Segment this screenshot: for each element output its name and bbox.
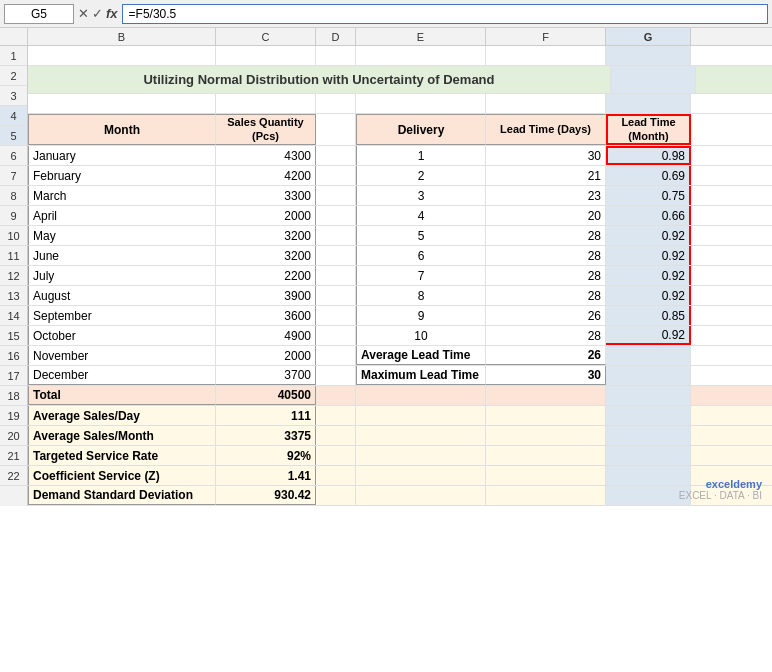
- col-header-c[interactable]: C: [216, 28, 316, 45]
- cell-f13[interactable]: 26: [486, 306, 606, 325]
- cell-g7[interactable]: 0.75: [606, 186, 691, 205]
- cell-g3[interactable]: [606, 94, 691, 113]
- cell-b9[interactable]: May: [28, 226, 216, 245]
- cell-e14[interactable]: 10: [356, 326, 486, 345]
- cell-g17[interactable]: [606, 386, 691, 405]
- cell-d18[interactable]: [316, 406, 356, 425]
- cell-g13[interactable]: 0.85: [606, 306, 691, 325]
- cell-d10[interactable]: [316, 246, 356, 265]
- cell-d8[interactable]: [316, 206, 356, 225]
- cell-c3[interactable]: [216, 94, 316, 113]
- cell-c9[interactable]: 3200: [216, 226, 316, 245]
- cell-e1[interactable]: [356, 46, 486, 65]
- cell-c13[interactable]: 3600: [216, 306, 316, 325]
- cell-d11[interactable]: [316, 266, 356, 285]
- cell-e5[interactable]: 1: [356, 146, 486, 165]
- cell-b6[interactable]: February: [28, 166, 216, 185]
- cell-g2[interactable]: [611, 66, 696, 93]
- cell-c16[interactable]: 3700: [216, 366, 316, 385]
- cell-c6[interactable]: 4200: [216, 166, 316, 185]
- cell-d17[interactable]: [316, 386, 356, 405]
- formula-input[interactable]: =F5/30.5: [122, 4, 768, 24]
- cell-e18[interactable]: [356, 406, 486, 425]
- cell-d15[interactable]: [316, 346, 356, 365]
- cell-f1[interactable]: [486, 46, 606, 65]
- cell-f14[interactable]: 28: [486, 326, 606, 345]
- cell-g6[interactable]: 0.69: [606, 166, 691, 185]
- cell-e19[interactable]: [356, 426, 486, 445]
- cell-g9[interactable]: 0.92: [606, 226, 691, 245]
- cell-e7[interactable]: 3: [356, 186, 486, 205]
- cell-d4[interactable]: [316, 114, 356, 145]
- cell-f10[interactable]: 28: [486, 246, 606, 265]
- cell-e17[interactable]: [356, 386, 486, 405]
- cell-g11[interactable]: 0.92: [606, 266, 691, 285]
- cell-e20[interactable]: [356, 446, 486, 465]
- cell-b3[interactable]: [28, 94, 216, 113]
- cell-c14[interactable]: 4900: [216, 326, 316, 345]
- cell-e8[interactable]: 4: [356, 206, 486, 225]
- cell-d20[interactable]: [316, 446, 356, 465]
- col-header-d[interactable]: D: [316, 28, 356, 45]
- cell-g5-selected[interactable]: 0.98: [606, 146, 691, 165]
- cell-f21[interactable]: [486, 466, 606, 485]
- cell-f9[interactable]: 28: [486, 226, 606, 245]
- cell-f20[interactable]: [486, 446, 606, 465]
- cell-d9[interactable]: [316, 226, 356, 245]
- cell-e11[interactable]: 7: [356, 266, 486, 285]
- cell-d16[interactable]: [316, 366, 356, 385]
- cell-f17[interactable]: [486, 386, 606, 405]
- cell-f6[interactable]: 21: [486, 166, 606, 185]
- cell-f22[interactable]: [486, 486, 606, 505]
- fx-icon[interactable]: fx: [106, 6, 118, 21]
- cell-g19[interactable]: [606, 426, 691, 445]
- cell-c10[interactable]: 3200: [216, 246, 316, 265]
- cell-b7[interactable]: March: [28, 186, 216, 205]
- cell-d1[interactable]: [316, 46, 356, 65]
- cell-d22[interactable]: [316, 486, 356, 505]
- cell-b13[interactable]: September: [28, 306, 216, 325]
- cell-b8[interactable]: April: [28, 206, 216, 225]
- cell-c7[interactable]: 3300: [216, 186, 316, 205]
- cell-c8[interactable]: 2000: [216, 206, 316, 225]
- cell-f11[interactable]: 28: [486, 266, 606, 285]
- col-header-a[interactable]: [0, 28, 28, 45]
- cell-c1[interactable]: [216, 46, 316, 65]
- cell-b14[interactable]: October: [28, 326, 216, 345]
- col-header-f[interactable]: F: [486, 28, 606, 45]
- cancel-icon[interactable]: ✕: [78, 6, 89, 21]
- cell-g15[interactable]: [606, 346, 691, 365]
- cell-g20[interactable]: [606, 446, 691, 465]
- cell-e13[interactable]: 9: [356, 306, 486, 325]
- cell-b12[interactable]: August: [28, 286, 216, 305]
- cell-f12[interactable]: 28: [486, 286, 606, 305]
- cell-g18[interactable]: [606, 406, 691, 425]
- cell-b15[interactable]: November: [28, 346, 216, 365]
- cell-e10[interactable]: 6: [356, 246, 486, 265]
- cell-f5[interactable]: 30: [486, 146, 606, 165]
- cell-d14[interactable]: [316, 326, 356, 345]
- cell-d6[interactable]: [316, 166, 356, 185]
- cell-e22[interactable]: [356, 486, 486, 505]
- cell-b11[interactable]: July: [28, 266, 216, 285]
- col-header-g[interactable]: G: [606, 28, 691, 45]
- cell-f7[interactable]: 23: [486, 186, 606, 205]
- cell-e9[interactable]: 5: [356, 226, 486, 245]
- cell-d5[interactable]: [316, 146, 356, 165]
- cell-f19[interactable]: [486, 426, 606, 445]
- cell-d13[interactable]: [316, 306, 356, 325]
- cell-g10[interactable]: 0.92: [606, 246, 691, 265]
- cell-b1[interactable]: [28, 46, 216, 65]
- confirm-icon[interactable]: ✓: [92, 6, 103, 21]
- cell-d19[interactable]: [316, 426, 356, 445]
- cell-g8[interactable]: 0.66: [606, 206, 691, 225]
- cell-d3[interactable]: [316, 94, 356, 113]
- col-header-b[interactable]: B: [28, 28, 216, 45]
- cell-d12[interactable]: [316, 286, 356, 305]
- cell-d21[interactable]: [316, 466, 356, 485]
- cell-e6[interactable]: 2: [356, 166, 486, 185]
- cell-c11[interactable]: 2200: [216, 266, 316, 285]
- cell-d7[interactable]: [316, 186, 356, 205]
- cell-c15[interactable]: 2000: [216, 346, 316, 365]
- cell-e12[interactable]: 8: [356, 286, 486, 305]
